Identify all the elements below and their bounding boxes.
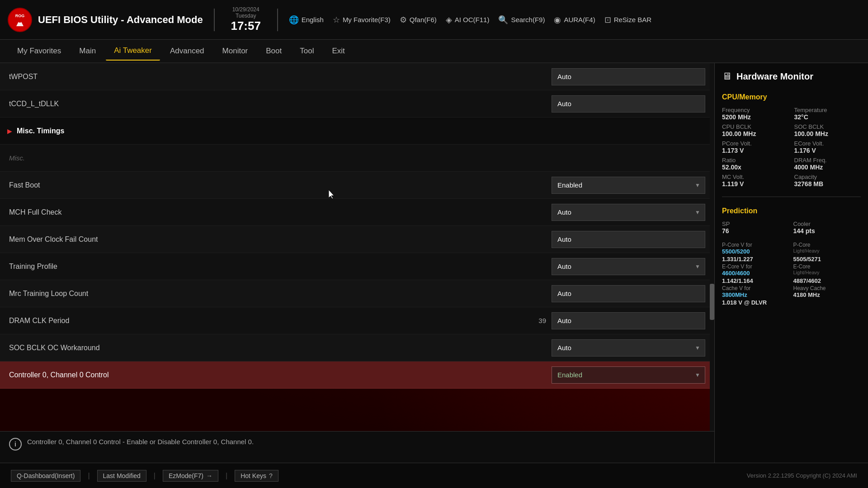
- hw-ecore-v-for-value: 4600/4600: [722, 270, 790, 277]
- hw-capacity-label: Capacity: [794, 174, 861, 180]
- footer-ezmode-button[interactable]: EzMode(F7) →: [163, 470, 218, 482]
- header-bar: ROG UEFI BIOS Utility - Advanced Mode 10…: [0, 0, 868, 40]
- nav-monitor[interactable]: Monitor: [214, 42, 256, 61]
- language-icon: 🌐: [289, 15, 299, 25]
- setting-label-dram-clk: DRAM CLK Period: [9, 317, 528, 325]
- hw-monitor-title: Hardware Monitor: [736, 71, 813, 82]
- hw-ecore-volt-label: ECore Volt.: [794, 140, 861, 147]
- tool-favorites[interactable]: ☆ My Favorite(F3): [333, 15, 391, 25]
- footer-hot-keys-button[interactable]: Hot Keys ?: [235, 470, 278, 482]
- favorites-icon: ☆: [333, 15, 340, 25]
- hw-ecore-light-value: Light/Heavy: [793, 270, 861, 275]
- setting-label-soc-bclk: SOC BCLK OC Workaround: [9, 344, 552, 352]
- nav-advanced[interactable]: Advanced: [162, 42, 212, 61]
- hw-pcore-v-vals: 1.331/1.227: [722, 256, 790, 263]
- setting-row-mrc-training: Mrc Training Loop Count Auto: [0, 280, 714, 307]
- tool-language[interactable]: 🌐 English: [289, 15, 324, 25]
- setting-row-misc: Misc.: [0, 145, 714, 172]
- setting-label-misc-timings: Misc. Timings: [17, 127, 705, 135]
- scrollbar-thumb[interactable]: [710, 284, 714, 320]
- setting-value-twpost: Auto: [552, 68, 705, 85]
- bios-title: UEFI BIOS Utility - Advanced Mode: [38, 14, 203, 26]
- nav-ai-tweaker[interactable]: Ai Tweaker: [106, 42, 160, 61]
- group-arrow-icon: ▶: [7, 127, 12, 135]
- hw-cache-v-dlvr: 1.018 V @ DLVR: [722, 299, 861, 306]
- setting-label-mrc-training: Mrc Training Loop Count: [9, 290, 552, 298]
- hw-pcore-v-for-label: P-Core V for: [722, 242, 790, 248]
- hw-sp-label: SP: [722, 221, 790, 227]
- hw-temperature-value: 32°C: [794, 113, 861, 121]
- tool-ai-oc[interactable]: ◈ AI OC(F11): [446, 15, 490, 25]
- hw-dram-freq-label: DRAM Freq.: [794, 157, 861, 164]
- footer: Q-Dashboard(Insert) | Last Modified | Ez…: [0, 463, 868, 488]
- search-icon: 🔍: [498, 15, 508, 25]
- nav-bar: My Favorites Main Ai Tweaker Advanced Mo…: [0, 40, 868, 63]
- hw-pcore-volt-label: PCore Volt.: [722, 140, 789, 147]
- setting-row-dram-clk: DRAM CLK Period 39 Auto: [0, 307, 714, 334]
- hw-prediction-title: Prediction: [722, 207, 861, 215]
- footer-buttons: Q-Dashboard(Insert) | Last Modified | Ez…: [11, 470, 278, 482]
- setting-value-fast-boot[interactable]: Enabled: [552, 177, 705, 194]
- footer-qdashboard-button[interactable]: Q-Dashboard(Insert): [11, 470, 80, 482]
- setting-value-soc-bclk[interactable]: Auto: [552, 339, 705, 357]
- hw-ratio-label: Ratio: [722, 157, 789, 164]
- setting-value-mem-overclock: Auto: [552, 231, 705, 248]
- hw-monitor-panel: 🖥 Hardware Monitor CPU/Memory Frequency …: [714, 63, 868, 463]
- setting-value-mrc-training: Auto: [552, 285, 705, 302]
- hw-divider: [722, 197, 861, 197]
- setting-number-dram-clk: 39: [528, 317, 546, 324]
- nav-exit[interactable]: Exit: [324, 42, 353, 61]
- nav-main[interactable]: Main: [71, 42, 104, 61]
- tool-aura[interactable]: ◉ AURA(F4): [554, 15, 595, 25]
- hw-cpu-memory-title: CPU/Memory: [722, 93, 861, 101]
- settings-area: tWPOST Auto tCCD_L_tDLLK Auto ▶ Misc. Ti…: [0, 63, 714, 431]
- setting-value-training-profile[interactable]: Auto: [552, 258, 705, 275]
- setting-row-controller0[interactable]: Controller 0, Channel 0 Control Enabled: [0, 361, 714, 389]
- nav-boot[interactable]: Boot: [258, 42, 290, 61]
- hw-cpu-bclk-value: 100.00 MHz: [722, 130, 789, 137]
- setting-row-training-profile: Training Profile Auto: [0, 253, 714, 280]
- setting-label-controller0: Controller 0, Channel 0 Control: [9, 371, 552, 379]
- aura-icon: ◉: [554, 15, 561, 25]
- scrollbar-track[interactable]: [710, 63, 714, 431]
- setting-row-mch: MCH Full Check Auto: [0, 199, 714, 226]
- hw-pcore-freq-vals: 5505/5271: [793, 256, 861, 263]
- setting-row-mem-overclock: Mem Over Clock Fail Count Auto: [0, 226, 714, 253]
- resize-bar-icon: ⊡: [604, 15, 611, 25]
- hw-ecore-v-vals: 1.142/1.164: [722, 277, 790, 284]
- hw-frequency-label: Frequency: [722, 107, 789, 113]
- svg-point-3: [18, 19, 22, 23]
- setting-row-misc-timings[interactable]: ▶ Misc. Timings: [0, 117, 714, 145]
- hw-pcore-light-label: P-Core: [793, 242, 861, 248]
- hw-mc-volt-value: 1.119 V: [722, 180, 789, 188]
- footer-last-modified-button[interactable]: Last Modified: [97, 470, 146, 482]
- hw-dram-freq-value: 4000 MHz: [794, 164, 861, 171]
- hw-pcore-v-for-value: 5500/5200: [722, 248, 790, 255]
- header-divider: [214, 9, 215, 31]
- hw-ecore-volt-value: 1.176 V: [794, 147, 861, 154]
- ai-oc-icon: ◈: [446, 15, 452, 25]
- hw-sp-value: 76: [722, 227, 790, 235]
- hw-pcore-volt-value: 1.173 V: [722, 147, 789, 154]
- info-text: Controller 0, Channel 0 Control - Enable…: [27, 437, 254, 447]
- hw-monitor-header: 🖥 Hardware Monitor: [722, 70, 861, 82]
- hw-cooler-value: 144 pts: [793, 227, 861, 235]
- tool-resize-bar[interactable]: ⊡ ReSize BAR: [604, 15, 651, 25]
- setting-value-tccd: Auto: [552, 95, 705, 113]
- setting-row-twpost: tWPOST Auto: [0, 63, 714, 90]
- setting-label-mem-overclock: Mem Over Clock Fail Count: [9, 235, 552, 244]
- asus-logo-icon: ROG: [7, 7, 33, 33]
- setting-value-controller0[interactable]: Enabled: [552, 366, 705, 384]
- content-panel: tWPOST Auto tCCD_L_tDLLK Auto ▶ Misc. Ti…: [0, 63, 714, 463]
- setting-value-mch[interactable]: Auto: [552, 204, 705, 221]
- setting-label-mch: MCH Full Check: [9, 208, 552, 216]
- tool-qfan[interactable]: ⚙ Qfan(F6): [400, 15, 437, 25]
- nav-my-favorites[interactable]: My Favorites: [9, 42, 69, 61]
- tool-search[interactable]: 🔍 Search(F9): [498, 15, 545, 25]
- info-icon: i: [9, 438, 22, 450]
- setting-label-misc: Misc.: [9, 154, 705, 162]
- hw-frequency-value: 5200 MHz: [722, 113, 789, 121]
- hw-prediction-grid: SP 76 Cooler 144 pts: [722, 221, 861, 235]
- setting-row-soc-bclk: SOC BCLK OC Workaround Auto: [0, 334, 714, 361]
- nav-tool[interactable]: Tool: [292, 42, 322, 61]
